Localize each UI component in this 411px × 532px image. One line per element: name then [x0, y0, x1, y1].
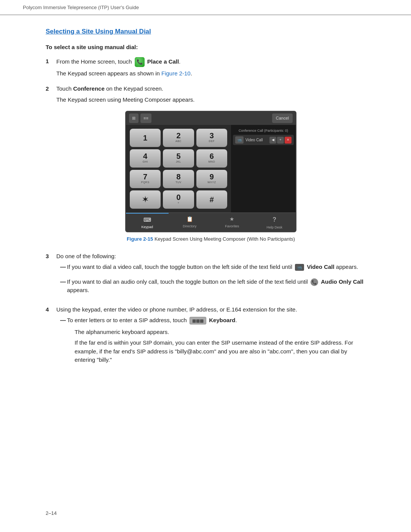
step-1-sub: The Keypad screen appears as shown in Fi…	[56, 69, 365, 78]
sub-notes: The alphanumeric keyboard appears. If th…	[67, 328, 365, 364]
key-8[interactable]: 8TUV	[163, 170, 194, 188]
step-1-bold: Place a Call	[147, 58, 179, 64]
keypad-topbar: ⊞ ≡≡ Cancel	[126, 112, 296, 125]
step-1: 1 From the Home screen, touch 📞 Place a …	[46, 57, 365, 80]
bullet-audio-call: — If you want to dial an audio only call…	[60, 278, 365, 297]
keypad-grid-btn[interactable]: ⊞	[129, 113, 139, 123]
video-call-bold: Video Call	[307, 264, 334, 270]
key-hash[interactable]: #	[196, 190, 227, 209]
video-call-inline-icon: 📹	[295, 264, 304, 271]
video-icon-box: 📹	[235, 136, 244, 144]
keypad-lines-btn[interactable]: ≡≡	[140, 113, 151, 123]
helpdesk-tab-icon: ?	[272, 215, 276, 224]
key-2[interactable]: 2ABC	[163, 129, 194, 147]
step-2-content: Touch Conference on the Keypad screen. T…	[56, 85, 365, 248]
tab-favorites[interactable]: ★ Favorites	[211, 213, 253, 232]
step-1-content: From the Home screen, touch 📞 Place a Ca…	[56, 57, 365, 80]
vc-plus-btn[interactable]: +	[277, 137, 284, 144]
step-list: 1 From the Home screen, touch 📞 Place a …	[46, 57, 365, 371]
content-area: Selecting a Site Using Manual Dial To se…	[0, 15, 411, 398]
sub-note-2: If the far end is within your SIP domain…	[75, 339, 365, 364]
video-call-row[interactable]: 📹 Video Call ◀ + ✕	[233, 135, 294, 145]
conference-label: Conference Call (Participants: 0)	[233, 127, 294, 135]
tab-helpdesk[interactable]: ? Help Desk	[253, 213, 296, 232]
step-2-main: Touch Conference on the Keypad screen.	[56, 85, 163, 92]
tab-keypad[interactable]: ⌨ Keypad	[126, 213, 169, 232]
page-footer: 2–14	[46, 510, 57, 517]
keypad-tabs: ⌨ Keypad 📋 Directory ★ Favorites	[126, 212, 296, 232]
key-7[interactable]: 7PQRS	[130, 170, 161, 188]
key-3[interactable]: 3DEF	[196, 129, 227, 147]
step-2-sub: The Keypad screen using Meeting Composer…	[56, 96, 365, 104]
keypad-tab-icon: ⌨	[143, 216, 151, 224]
figure-caption-label: Figure 2-15	[127, 236, 153, 242]
bullet-keyboard-content: To enter letters or to enter a SIP addre…	[67, 316, 365, 367]
vc-back-btn[interactable]: ◀	[269, 137, 276, 144]
bullet-dash-3: —	[60, 316, 67, 325]
favorites-tab-icon: ★	[229, 215, 234, 223]
favorites-tab-label: Favorites	[225, 224, 239, 229]
key-4[interactable]: 4GHI	[130, 149, 161, 168]
keypad-tab-label: Keypad	[141, 225, 153, 230]
key-0[interactable]: 0+	[163, 190, 194, 209]
key-1[interactable]: 1	[130, 129, 161, 147]
step-number-2: 2	[46, 85, 56, 93]
step-4: 4 Using the keypad, enter the video or p…	[46, 305, 365, 371]
key-9[interactable]: 9WXYZ	[196, 170, 227, 188]
keypad-body: 1 2ABC 3DEF 4GHI 5JKL 6MNO 7PQRS 8TUV 9W…	[126, 125, 296, 212]
figure-caption: Figure 2-15 Keypad Screen Using Meeting …	[127, 235, 295, 243]
step-2: 2 Touch Conference on the Keypad screen.…	[46, 85, 365, 248]
key-star[interactable]: ✶	[130, 190, 161, 209]
conference-bold: Conference	[73, 85, 105, 92]
directory-tab-icon: 📋	[186, 215, 193, 223]
sub-note-1: The alphanumeric keyboard appears.	[75, 328, 365, 337]
keypad-left: 1 2ABC 3DEF 4GHI 5JKL 6MNO 7PQRS 8TUV 9W…	[126, 125, 231, 212]
bullet-audio-content: If you want to dial an audio only call, …	[67, 278, 365, 297]
page-number: 2–14	[46, 510, 57, 516]
step-3-main: Do one of the following:	[56, 252, 365, 261]
vc-close-btn[interactable]: ✕	[285, 137, 292, 144]
audio-call-bold: Audio Only Call	[321, 278, 363, 285]
bullet-video-content: If you want to dial a video call, touch …	[67, 263, 365, 274]
step-3: 3 Do one of the following: — If you want…	[46, 252, 365, 301]
step-3-bullets: — If you want to dial a video call, touc…	[56, 263, 365, 297]
section-title: Selecting a Site Using Manual Dial	[46, 27, 365, 37]
video-call-text: Video Call	[245, 137, 269, 143]
step-number-4: 4	[46, 305, 56, 314]
audio-inline-icon: 📞	[311, 278, 318, 286]
keyboard-inline-icon: ▦▦▦	[190, 317, 206, 325]
bullet-video-call: — If you want to dial a video call, touc…	[60, 263, 365, 274]
keypad-right: Conference Call (Participants: 0) 📹 Vide…	[231, 125, 296, 212]
figure-2-10-link[interactable]: Figure 2-10	[161, 70, 191, 77]
cancel-btn[interactable]: Cancel	[272, 113, 293, 123]
step-3-content: Do one of the following: — If you want t…	[56, 252, 365, 301]
key-6[interactable]: 6MNO	[196, 149, 227, 168]
key-5[interactable]: 5JKL	[163, 149, 194, 168]
header-text: Polycom Immersive Telepresence (ITP) Use…	[23, 5, 139, 10]
place-call-icon: 📞	[135, 57, 145, 67]
bullet-dash-2: —	[60, 278, 67, 286]
keyboard-bold: Keyboard	[209, 317, 235, 323]
step-1-main-text: From the Home screen, touch	[56, 58, 134, 64]
figure-container: ⊞ ≡≡ Cancel 1 2ABC 3DEF 4GHI	[56, 111, 365, 245]
directory-tab-label: Directory	[183, 224, 196, 229]
subsection-title: To select a site using manual dial:	[46, 43, 365, 52]
page-header: Polycom Immersive Telepresence (ITP) Use…	[0, 0, 411, 15]
step-4-content: Using the keypad, enter the video or pho…	[56, 305, 365, 371]
step-4-main: Using the keypad, enter the video or pho…	[56, 305, 365, 314]
keypad-screen: ⊞ ≡≡ Cancel 1 2ABC 3DEF 4GHI	[125, 111, 296, 232]
helpdesk-tab-label: Help Desk	[266, 225, 282, 230]
step-number-1: 1	[46, 57, 56, 66]
bullet-keyboard: — To enter letters or to enter a SIP add…	[60, 316, 365, 367]
step-number-3: 3	[46, 252, 56, 261]
tab-directory[interactable]: 📋 Directory	[169, 213, 211, 232]
bullet-dash-1: —	[60, 263, 67, 272]
step-4-bullets: — To enter letters or to enter a SIP add…	[56, 316, 365, 367]
